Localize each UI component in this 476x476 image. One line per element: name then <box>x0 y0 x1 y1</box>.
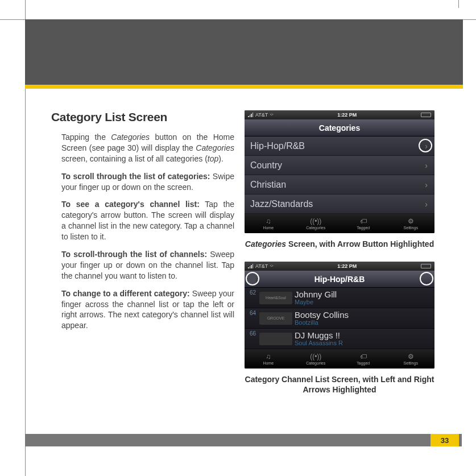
nav-title: Hip-Hop/R&B <box>314 275 365 284</box>
channel-row[interactable]: 64 GROOVE Bootsy Collins Bootzilla <box>245 308 434 329</box>
left-column: Category List Screen Tapping the Categor… <box>51 110 234 408</box>
tab-label: Home <box>263 226 274 230</box>
crop-tick <box>458 0 459 8</box>
footer-band <box>25 434 462 446</box>
category-row[interactable]: Country › <box>245 156 434 175</box>
text: screen, containing a list of all categor… <box>61 154 208 163</box>
caption-text: Screen, with Arrow Button Highlighted <box>286 239 434 249</box>
category-row[interactable]: Christian › <box>245 175 434 194</box>
tab-tagged[interactable]: 🏷Tagged <box>340 214 387 233</box>
page-number: 33 <box>441 436 449 445</box>
arrow-right-icon[interactable] <box>423 274 431 284</box>
header-band <box>25 19 463 85</box>
channel-number: 64 <box>245 308 257 316</box>
channel-text: Johnny Gill Maybe <box>295 290 337 306</box>
category-label: Christian <box>250 180 286 190</box>
text-italic: top <box>208 154 218 163</box>
channel-artist: DJ Muggs !! <box>295 331 343 340</box>
channel-song: Soul Assassins R <box>295 340 343 347</box>
page-number-badge: 33 <box>431 434 459 446</box>
tag-icon: 🏷 <box>360 217 367 225</box>
category-row[interactable]: Jazz/Standards › <box>245 194 434 214</box>
accent-stripe <box>25 85 463 89</box>
music-note-icon: ♫ <box>266 353 271 361</box>
chevron-right-icon[interactable]: › <box>425 161 428 170</box>
status-time: 1:22 PM <box>275 112 419 118</box>
category-label: Hip-Hop/R&B <box>250 141 305 151</box>
tab-label: Tagged <box>357 361 370 365</box>
channel-logo <box>259 333 292 345</box>
channel-artist: Bootsy Collins <box>295 311 349 319</box>
channel-row[interactable]: 66 DJ Muggs !! Soul Assassins R <box>245 329 434 349</box>
tab-categories[interactable]: ((•))Categories <box>292 349 340 369</box>
categories-screenshot: AT&T ⌔ 1:22 PM Categories Hip-Hop/R&B › … <box>245 110 434 233</box>
tab-settings[interactable]: ⚙Settings <box>387 214 435 233</box>
chevron-right-icon[interactable]: › <box>425 142 428 151</box>
tab-label: Tagged <box>357 226 370 230</box>
category-label: Jazz/Standards <box>250 199 313 209</box>
nav-title: Categories <box>319 123 360 133</box>
channel-text: Bootsy Collins Bootzilla <box>295 311 349 326</box>
nav-bar: Categories <box>245 119 434 136</box>
tab-categories[interactable]: ((•))Categories <box>292 214 340 233</box>
channel-number: 66 <box>245 329 257 337</box>
channel-song: Maybe <box>295 299 337 306</box>
page: Category List Screen Tapping the Categor… <box>0 0 476 476</box>
right-column: AT&T ⌔ 1:22 PM Categories Hip-Hop/R&B › … <box>245 110 434 408</box>
tab-settings[interactable]: ⚙Settings <box>387 349 435 369</box>
channel-logo: GROOVE <box>259 312 292 325</box>
status-bar: AT&T ⌔ 1:22 PM <box>245 262 434 271</box>
tab-home[interactable]: ♫Home <box>245 349 292 369</box>
text: ). <box>218 154 223 163</box>
tab-home[interactable]: ♫Home <box>245 214 292 233</box>
paragraph-scroll-categories: To scroll through the list of categories… <box>51 171 234 193</box>
tab-tagged[interactable]: 🏷Tagged <box>340 349 387 369</box>
chevron-right-icon[interactable]: › <box>425 200 428 209</box>
music-note-icon: ♫ <box>266 217 271 225</box>
wifi-icon: ⌔ <box>270 263 273 269</box>
text-italic: Categories <box>111 133 150 142</box>
wifi-icon: ⌔ <box>270 112 273 118</box>
arrow-left-icon[interactable] <box>248 274 256 284</box>
tab-label: Settings <box>404 226 418 230</box>
tab-label: Categories <box>306 226 325 230</box>
gear-icon: ⚙ <box>408 353 414 361</box>
paragraph-intro: Tapping the Categories button on the Hom… <box>51 132 234 164</box>
paragraph-change-category: To change to a different category: Sweep… <box>51 288 234 332</box>
tag-icon: 🏷 <box>360 353 367 361</box>
text-bold: To see a category's channel list: <box>61 200 200 209</box>
category-label: Country <box>250 160 282 171</box>
carrier-label: AT&T <box>255 112 268 118</box>
paragraph-scroll-channels: To scroll-through the list of channels: … <box>51 249 234 282</box>
channel-row[interactable]: 62 Heart&Soul Johnny Gill Maybe <box>245 288 434 308</box>
status-bar: AT&T ⌔ 1:22 PM <box>245 110 434 119</box>
nav-bar: Hip-Hop/R&B <box>245 271 434 288</box>
text-bold: To change to a different category: <box>61 289 190 298</box>
tab-bar: ♫Home ((•))Categories 🏷Tagged ⚙Settings <box>245 214 434 233</box>
content: Category List Screen Tapping the Categor… <box>51 110 438 408</box>
text-bold: To scroll through the list of categories… <box>61 172 210 181</box>
category-row[interactable]: Hip-Hop/R&B › <box>245 136 434 156</box>
gear-icon: ⚙ <box>408 217 414 225</box>
channel-logo: Heart&Soul <box>259 292 292 304</box>
page-title: Category List Screen <box>51 110 234 124</box>
channel-artist: Johnny Gill <box>295 290 337 299</box>
categories-icon: ((•)) <box>310 353 321 361</box>
tab-label: Settings <box>404 361 418 365</box>
caption-italic: Categories <box>245 239 286 249</box>
screenshot-caption-2: Category Channel List Screen, with Left … <box>245 374 434 395</box>
signal-icon <box>248 264 253 268</box>
channel-number: 62 <box>245 288 257 296</box>
chevron-right-icon[interactable]: › <box>425 180 428 189</box>
text-bold: To scroll-through the list of channels: <box>61 250 207 259</box>
text: Tapping the <box>61 133 111 142</box>
text-italic: Categories <box>196 143 234 152</box>
channel-list-screenshot: AT&T ⌔ 1:22 PM Hip-Hop/R&B 62 Heart&Soul <box>245 262 434 369</box>
channel-song: Bootzilla <box>295 319 349 326</box>
paragraph-see-channels: To see a category's channel list: Tap th… <box>51 199 234 242</box>
signal-icon <box>248 113 253 117</box>
battery-icon <box>421 113 431 117</box>
screenshot-caption-1: Categories Screen, with Arrow Button Hig… <box>245 239 434 249</box>
carrier-label: AT&T <box>255 263 268 269</box>
channel-text: DJ Muggs !! Soul Assassins R <box>295 331 343 347</box>
